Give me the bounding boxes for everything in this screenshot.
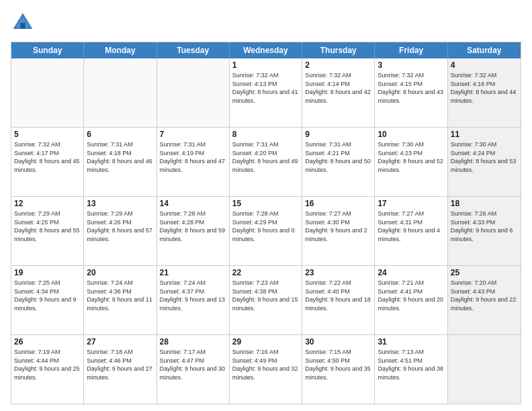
- day-cell: 25Sunrise: 7:20 AM Sunset: 4:43 PM Dayli…: [448, 266, 521, 334]
- svg-rect-2: [20, 23, 25, 29]
- day-cell: 18Sunrise: 7:26 AM Sunset: 4:33 PM Dayli…: [448, 197, 521, 265]
- day-cell: 21Sunrise: 7:24 AM Sunset: 4:37 PM Dayli…: [157, 266, 230, 334]
- day-info: Sunrise: 7:29 AM Sunset: 4:26 PM Dayligh…: [87, 210, 153, 243]
- day-info: Sunrise: 7:25 AM Sunset: 4:34 PM Dayligh…: [14, 279, 81, 312]
- day-number: 27: [87, 337, 153, 347]
- calendar-row: 1Sunrise: 7:32 AM Sunset: 4:13 PM Daylig…: [11, 58, 521, 128]
- calendar-header-cell: Friday: [375, 42, 447, 58]
- empty-cell: [11, 58, 84, 127]
- day-number: 21: [160, 268, 226, 277]
- day-info: Sunrise: 7:17 AM Sunset: 4:47 PM Dayligh…: [160, 348, 226, 381]
- day-cell: 10Sunrise: 7:30 AM Sunset: 4:23 PM Dayli…: [375, 128, 447, 196]
- day-info: Sunrise: 7:24 AM Sunset: 4:37 PM Dayligh…: [160, 279, 226, 312]
- calendar-row: 26Sunrise: 7:19 AM Sunset: 4:44 PM Dayli…: [11, 335, 521, 404]
- day-cell: 12Sunrise: 7:29 AM Sunset: 4:25 PM Dayli…: [11, 197, 84, 265]
- day-number: 9: [305, 130, 371, 139]
- day-cell: 11Sunrise: 7:30 AM Sunset: 4:24 PM Dayli…: [448, 128, 521, 196]
- calendar-header-cell: Wednesday: [230, 42, 302, 58]
- day-number: 17: [378, 199, 444, 208]
- day-number: 18: [451, 199, 518, 208]
- logo: [11, 11, 38, 35]
- calendar-header-cell: Saturday: [448, 42, 521, 58]
- day-number: 24: [378, 268, 444, 277]
- day-number: 23: [305, 268, 371, 277]
- day-number: 13: [87, 199, 153, 208]
- day-number: 8: [232, 130, 299, 139]
- day-info: Sunrise: 7:20 AM Sunset: 4:43 PM Dayligh…: [451, 279, 518, 312]
- day-info: Sunrise: 7:31 AM Sunset: 4:20 PM Dayligh…: [232, 140, 299, 174]
- calendar: SundayMondayTuesdayWednesdayThursdayFrid…: [11, 42, 521, 404]
- day-number: 22: [232, 268, 299, 277]
- day-info: Sunrise: 7:32 AM Sunset: 4:14 PM Dayligh…: [305, 71, 371, 105]
- day-cell: 31Sunrise: 7:13 AM Sunset: 4:51 PM Dayli…: [375, 335, 447, 404]
- calendar-header-cell: Sunday: [11, 42, 84, 58]
- day-info: Sunrise: 7:15 AM Sunset: 4:50 PM Dayligh…: [305, 348, 371, 381]
- day-number: 19: [14, 268, 81, 277]
- day-number: 16: [305, 199, 371, 208]
- day-number: 31: [378, 337, 444, 347]
- day-info: Sunrise: 7:16 AM Sunset: 4:49 PM Dayligh…: [232, 348, 299, 381]
- day-cell: 2Sunrise: 7:32 AM Sunset: 4:14 PM Daylig…: [302, 58, 375, 127]
- empty-cell: [84, 58, 157, 127]
- day-cell: 3Sunrise: 7:32 AM Sunset: 4:15 PM Daylig…: [375, 58, 447, 127]
- day-cell: 15Sunrise: 7:28 AM Sunset: 4:29 PM Dayli…: [230, 197, 302, 265]
- day-cell: 27Sunrise: 7:18 AM Sunset: 4:46 PM Dayli…: [84, 335, 157, 404]
- day-info: Sunrise: 7:21 AM Sunset: 4:41 PM Dayligh…: [378, 279, 444, 312]
- day-info: Sunrise: 7:19 AM Sunset: 4:44 PM Dayligh…: [14, 348, 81, 381]
- empty-cell: [448, 335, 521, 404]
- day-number: 14: [160, 199, 226, 208]
- day-info: Sunrise: 7:30 AM Sunset: 4:24 PM Dayligh…: [451, 140, 518, 174]
- day-info: Sunrise: 7:27 AM Sunset: 4:30 PM Dayligh…: [305, 210, 371, 243]
- day-info: Sunrise: 7:23 AM Sunset: 4:38 PM Dayligh…: [232, 279, 299, 312]
- day-cell: 23Sunrise: 7:22 AM Sunset: 4:40 PM Dayli…: [302, 266, 375, 334]
- day-info: Sunrise: 7:31 AM Sunset: 4:18 PM Dayligh…: [87, 140, 153, 174]
- calendar-header: SundayMondayTuesdayWednesdayThursdayFrid…: [11, 42, 521, 58]
- day-cell: 14Sunrise: 7:28 AM Sunset: 4:28 PM Dayli…: [157, 197, 230, 265]
- day-number: 3: [378, 60, 444, 70]
- day-cell: 29Sunrise: 7:16 AM Sunset: 4:49 PM Dayli…: [230, 335, 302, 404]
- day-cell: 1Sunrise: 7:32 AM Sunset: 4:13 PM Daylig…: [230, 58, 302, 127]
- day-info: Sunrise: 7:27 AM Sunset: 4:31 PM Dayligh…: [378, 210, 444, 243]
- day-cell: 19Sunrise: 7:25 AM Sunset: 4:34 PM Dayli…: [11, 266, 84, 334]
- day-number: 25: [451, 268, 518, 277]
- day-cell: 9Sunrise: 7:31 AM Sunset: 4:21 PM Daylig…: [302, 128, 375, 196]
- day-number: 11: [451, 130, 518, 139]
- day-cell: 8Sunrise: 7:31 AM Sunset: 4:20 PM Daylig…: [230, 128, 302, 196]
- calendar-row: 12Sunrise: 7:29 AM Sunset: 4:25 PM Dayli…: [11, 197, 521, 266]
- day-cell: 26Sunrise: 7:19 AM Sunset: 4:44 PM Dayli…: [11, 335, 84, 404]
- day-number: 1: [232, 60, 299, 70]
- day-number: 2: [305, 60, 371, 70]
- day-info: Sunrise: 7:24 AM Sunset: 4:36 PM Dayligh…: [87, 279, 153, 312]
- day-number: 10: [378, 130, 444, 139]
- day-number: 4: [451, 60, 518, 70]
- day-info: Sunrise: 7:29 AM Sunset: 4:25 PM Dayligh…: [14, 210, 81, 243]
- day-cell: 7Sunrise: 7:31 AM Sunset: 4:19 PM Daylig…: [157, 128, 230, 196]
- day-info: Sunrise: 7:31 AM Sunset: 4:21 PM Dayligh…: [305, 140, 371, 174]
- day-cell: 17Sunrise: 7:27 AM Sunset: 4:31 PM Dayli…: [375, 197, 447, 265]
- day-info: Sunrise: 7:13 AM Sunset: 4:51 PM Dayligh…: [378, 348, 444, 381]
- empty-cell: [157, 58, 230, 127]
- day-info: Sunrise: 7:30 AM Sunset: 4:23 PM Dayligh…: [378, 140, 444, 174]
- day-cell: 13Sunrise: 7:29 AM Sunset: 4:26 PM Dayli…: [84, 197, 157, 265]
- day-info: Sunrise: 7:26 AM Sunset: 4:33 PM Dayligh…: [451, 210, 518, 243]
- day-number: 30: [305, 337, 371, 347]
- day-cell: 30Sunrise: 7:15 AM Sunset: 4:50 PM Dayli…: [302, 335, 375, 404]
- calendar-header-cell: Thursday: [302, 42, 375, 58]
- calendar-row: 19Sunrise: 7:25 AM Sunset: 4:34 PM Dayli…: [11, 266, 521, 335]
- day-info: Sunrise: 7:18 AM Sunset: 4:46 PM Dayligh…: [87, 348, 153, 381]
- day-number: 15: [232, 199, 299, 208]
- page: SundayMondayTuesdayWednesdayThursdayFrid…: [0, 0, 532, 411]
- day-info: Sunrise: 7:28 AM Sunset: 4:29 PM Dayligh…: [232, 210, 299, 243]
- day-cell: 22Sunrise: 7:23 AM Sunset: 4:38 PM Dayli…: [230, 266, 302, 334]
- day-cell: 28Sunrise: 7:17 AM Sunset: 4:47 PM Dayli…: [157, 335, 230, 404]
- day-number: 12: [14, 199, 81, 208]
- day-cell: 20Sunrise: 7:24 AM Sunset: 4:36 PM Dayli…: [84, 266, 157, 334]
- day-info: Sunrise: 7:32 AM Sunset: 4:15 PM Dayligh…: [378, 71, 444, 105]
- day-number: 6: [87, 130, 153, 139]
- day-info: Sunrise: 7:32 AM Sunset: 4:13 PM Dayligh…: [232, 71, 299, 105]
- day-cell: 4Sunrise: 7:32 AM Sunset: 4:16 PM Daylig…: [448, 58, 521, 127]
- day-number: 7: [160, 130, 226, 139]
- header: [11, 11, 521, 35]
- day-info: Sunrise: 7:22 AM Sunset: 4:40 PM Dayligh…: [305, 279, 371, 312]
- day-cell: 5Sunrise: 7:32 AM Sunset: 4:17 PM Daylig…: [11, 128, 84, 196]
